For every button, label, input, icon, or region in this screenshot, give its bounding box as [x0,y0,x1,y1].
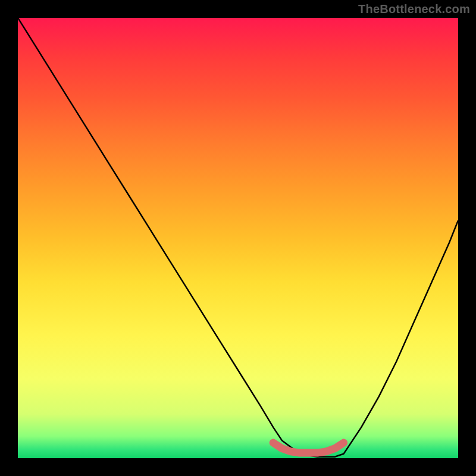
plot-area [18,18,458,458]
attribution-label: TheBottleneck.com [358,2,470,16]
curve-layer [18,18,458,457]
marker-layer [273,443,343,453]
bottleneck-curve [18,18,458,457]
optimal-range-marker [273,443,343,453]
chart-svg [18,18,458,458]
chart-frame: TheBottleneck.com [0,0,476,476]
